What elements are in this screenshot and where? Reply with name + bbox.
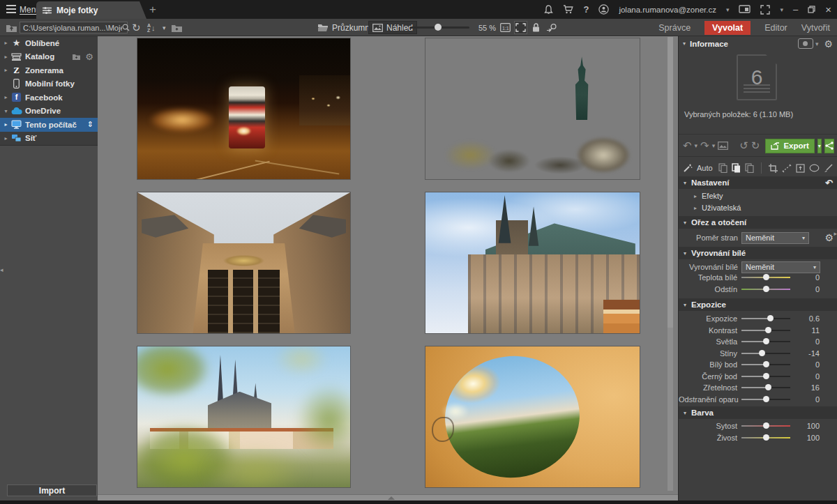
mode-spravce[interactable]: Správce [658,23,691,33]
export-button[interactable]: Export [765,139,814,153]
shadows-slider[interactable] [741,353,790,354]
expand-icon[interactable]: ▸ [2,135,10,142]
sidebar-item-onedrive[interactable]: ▾ OneDrive [0,105,98,119]
mode-editor[interactable]: Editor [764,23,787,33]
new-tab-button[interactable]: + [149,3,156,17]
auto-enhance-wand-icon[interactable] [683,163,693,173]
photo-thumbnail-bunker-hole-sunset[interactable] [425,346,640,487]
expand-icon[interactable]: ▸ [2,54,10,60]
expand-icon[interactable]: ▸ [2,94,10,100]
black-point-slider[interactable] [741,376,790,377]
panel-collapse-arrow[interactable]: ▸ [834,230,837,237]
saturation-slider[interactable] [741,425,790,427]
path-input[interactable] [23,24,122,32]
account-icon[interactable] [598,4,609,15]
subsection-efekty[interactable]: ▸ Efekty [694,192,723,200]
fit-to-screen-button[interactable] [514,21,527,34]
slider-thumb[interactable] [763,361,769,367]
mode-vyvolat[interactable]: Vyvolat [704,21,751,35]
sidebar-item-oblibene[interactable]: ▸ ★ Oblíbené [0,36,98,50]
slider-thumb[interactable] [763,422,769,429]
photo-thumbnail-tram-night[interactable] [137,38,350,179]
sort-chevron-icon[interactable]: ▾ [163,22,166,33]
share-button[interactable] [824,139,834,153]
undo-chevron-icon[interactable]: ▾ [695,142,698,149]
close-button[interactable]: × [825,0,831,19]
rotate-right-icon[interactable]: ↻ [751,139,760,152]
zoom-slider-thumb[interactable] [435,24,442,31]
vibrance-slider[interactable] [741,437,790,438]
sidebar-collapse-arrow[interactable]: ◂ [0,266,3,273]
sort-icon[interactable]: AZ↓ [147,22,156,33]
crop-settings-gear-icon[interactable]: ⚙ [824,232,834,243]
minimize-button[interactable]: – [793,0,798,19]
tint-slider[interactable] [741,289,790,290]
path-input-box[interactable] [20,22,128,33]
new-folder-icon[interactable] [171,22,183,33]
reorder-updown-icon[interactable]: ⇕ [87,120,93,129]
straighten-tool-icon[interactable] [782,164,792,173]
photo-thumbnail-petrov-through-leaves[interactable] [137,346,350,487]
apply-settings-icon[interactable] [745,163,754,173]
temperature-slider[interactable] [741,277,790,278]
help-icon[interactable]: ? [583,4,589,15]
fullscreen-chevron-icon[interactable]: ▾ [780,6,783,13]
folder-up-icon[interactable] [6,22,17,33]
mode-vytvorit[interactable]: Vytvořit [801,23,830,33]
display-mode-icon[interactable] [798,38,813,49]
redo-chevron-icon[interactable]: ▾ [712,142,716,149]
content-scrollbar[interactable] [668,37,673,491]
sidebar-item-sit[interactable]: ▸ Síť [0,132,98,146]
rotate-left-icon[interactable]: ↺ [739,139,748,152]
reset-settings-icon[interactable]: ↶ [825,178,833,188]
subsection-uzivatelska[interactable]: ▸ Uživatelská [694,204,741,212]
export-chevron-icon[interactable]: ▾ [817,139,822,153]
white-point-slider[interactable] [741,364,790,365]
section-barva[interactable]: ▾ Barva [679,406,837,419]
sidebar-item-mobilni-fotky[interactable]: Mobilní fotky [0,77,98,91]
account-chevron-icon[interactable]: ▾ [726,6,730,13]
restore-button[interactable] [808,6,815,13]
search-icon[interactable] [122,24,130,31]
account-email[interactable]: jolana.rumanova@zoner.cz [619,6,716,14]
slider-thumb[interactable] [763,338,769,344]
section-vyrovnani-bile[interactable]: ▾ Vyrovnání bílé [679,247,837,259]
slider-thumb[interactable] [763,373,769,379]
exposure-slider[interactable] [741,318,790,319]
compare-image-icon[interactable] [718,142,728,150]
expand-icon[interactable]: ▸ [2,40,10,46]
brush-tool-icon[interactable] [824,164,834,173]
sidebar-item-zonerama[interactable]: ▸ Z Zonerama [0,63,98,77]
expand-icon[interactable]: ▸ [2,67,10,73]
highlights-slider[interactable] [741,341,790,342]
tab-moje-fotky[interactable]: Moje fotky [36,1,146,19]
expand-icon[interactable]: ▾ [2,108,10,114]
white-balance-select[interactable]: Neměnit ▾ [741,261,820,273]
refresh-icon[interactable]: ↻ [132,22,141,33]
zoom-slider[interactable] [410,26,469,29]
slider-thumb[interactable] [765,384,771,390]
sidebar-item-facebook[interactable]: ▸ f Facebook [0,91,98,105]
sidebar-item-tento-pocitac[interactable]: ▸ Tento počítač ⇕ [0,118,98,132]
catalog-settings-gear-icon[interactable]: ⚙ [85,52,93,62]
info-section-header[interactable]: ▾ Informace ▾ ⚙ [679,36,837,51]
redo-icon[interactable]: ↷ [700,139,709,152]
clarity-slider[interactable] [741,387,790,388]
zoom-1-1-button[interactable]: 1:1 [499,21,512,34]
section-orez-a-otoceni[interactable]: ▾ Ořez a otočení [679,216,837,229]
second-display-icon[interactable] [739,5,751,14]
notifications-bell-icon[interactable] [544,5,553,15]
photo-thumbnail-cathedral-upward[interactable] [137,192,350,333]
filter-brush-frame-icon[interactable] [796,164,805,173]
zoom-region-button[interactable] [545,21,558,34]
sidebar-item-katalog[interactable]: ▸ Katalog ⚙ [0,50,98,64]
slider-thumb[interactable] [765,327,771,333]
lock-zoom-button[interactable] [529,21,543,34]
slider-thumb[interactable] [763,286,769,292]
slider-thumb[interactable] [763,396,769,402]
photo-thumbnail-spire-wall[interactable] [425,38,640,179]
radial-filter-icon[interactable] [809,164,820,172]
cart-icon[interactable] [563,5,573,14]
undo-icon[interactable]: ↶ [683,139,692,152]
slider-thumb[interactable] [759,350,765,356]
